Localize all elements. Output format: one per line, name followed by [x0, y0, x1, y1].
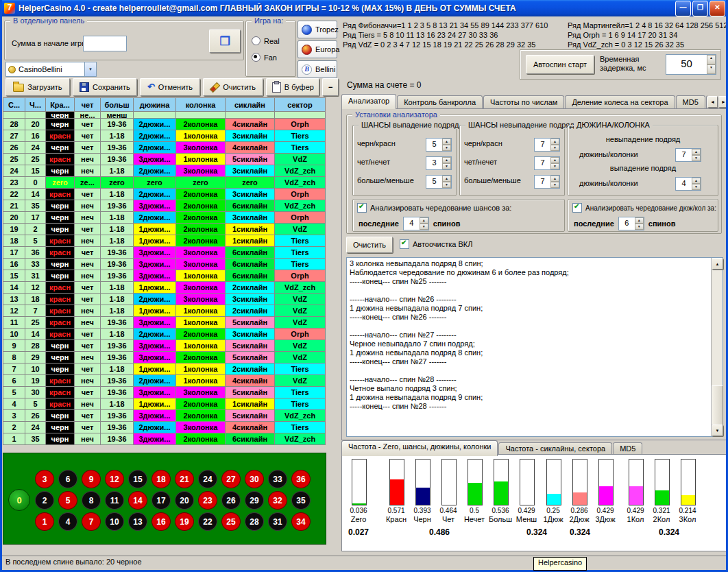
main-tab[interactable]: Деление колеса на сектора: [565, 95, 675, 109]
roulette-number[interactable]: 30: [245, 470, 264, 488]
spinner-down-icon[interactable]: ▼: [550, 163, 559, 169]
main-tab[interactable]: Контроль банкролла: [397, 95, 483, 109]
roulette-number[interactable]: 5: [58, 491, 77, 510]
roulette-number[interactable]: 8: [82, 491, 101, 510]
spinner-down-icon[interactable]: ▼: [442, 163, 451, 169]
roulette-number[interactable]: 7: [82, 512, 101, 531]
roulette-number[interactable]: 29: [245, 491, 264, 510]
detach-panel-button[interactable]: ❐: [209, 29, 241, 53]
table-row[interactable]: 2525красннеч19-363дюжи...1колонка5сиклай…: [3, 154, 326, 165]
radio-fan[interactable]: Fan: [252, 53, 277, 62]
table-row[interactable]: 230zeroze...zerozerozerozeroVdZ_zch: [3, 177, 326, 189]
roulette-number[interactable]: 13: [128, 512, 147, 531]
appear-input-1[interactable]: 3▲▼: [426, 156, 452, 170]
roulette-number[interactable]: 27: [221, 470, 241, 488]
spinner-up-icon[interactable]: ▲: [692, 178, 701, 184]
table-row[interactable]: 619красннеч19-362дюжи...1колонка4сиклайн…: [3, 375, 326, 387]
europa-button[interactable]: Europa: [298, 40, 337, 58]
alternate-dozen-checkbox[interactable]: [572, 203, 582, 213]
roulette-number[interactable]: 18: [151, 470, 171, 488]
roulette-zero[interactable]: 0: [8, 489, 30, 511]
roulette-number[interactable]: 20: [175, 491, 194, 510]
roulette-number[interactable]: 23: [198, 491, 217, 510]
roulette-number[interactable]: 36: [291, 470, 311, 488]
table-row[interactable]: 2820чернчет19-362дюжи...2колонка4сиклайн…: [3, 119, 326, 130]
table-row[interactable]: 1125красннеч19-363дюжи...1колонка5сиклай…: [3, 317, 326, 329]
roulette-number[interactable]: 4: [58, 512, 77, 531]
roulette-number[interactable]: 9: [82, 470, 101, 488]
roulette-number[interactable]: 14: [128, 491, 147, 510]
spinner-down-icon[interactable]: ▼: [550, 145, 559, 151]
scrollbar-thumb[interactable]: [712, 385, 723, 425]
dozen-absent-input[interactable]: 7▲▼: [675, 148, 701, 162]
collapse-button[interactable]: −: [322, 78, 339, 96]
roulette-number[interactable]: 16: [151, 512, 171, 531]
autospin-start-button[interactable]: Автоспин старт: [526, 55, 594, 74]
main-tab[interactable]: MD5: [676, 95, 705, 109]
table-row[interactable]: 928чернчет19-363дюжи...1колонка5сиклайнV…: [3, 340, 326, 352]
spinner-up-icon[interactable]: ▲: [635, 217, 644, 224]
analysis-log[interactable]: 3 колонка невыпадала подряд 8 спин; Набл…: [346, 257, 723, 437]
log-scrollbar[interactable]: ▲ ▼: [711, 258, 723, 436]
spinner-down-icon[interactable]: ▼: [442, 182, 451, 188]
alternate-chances-checkbox[interactable]: [357, 203, 367, 213]
roulette-number[interactable]: 21: [175, 470, 194, 488]
spinner-down-icon[interactable]: ▼: [442, 145, 451, 151]
table-row[interactable]: 1633черннеч19-363дюжи...3колонка6сиклайн…: [3, 259, 326, 270]
maximize-button[interactable]: ❐: [692, 1, 708, 16]
spinner-up-icon[interactable]: ▲: [420, 217, 428, 224]
minimize-button[interactable]: —: [675, 1, 691, 16]
roulette-number[interactable]: 32: [268, 491, 287, 510]
roulette-number[interactable]: 19: [175, 512, 194, 531]
table-row[interactable]: 1318краснчет1-182дюжи...3колонка3сиклайн…: [3, 294, 326, 305]
absent-input-1[interactable]: 7▲▼: [534, 156, 560, 170]
spinner-down-icon[interactable]: ▼: [550, 182, 559, 188]
roulette-number[interactable]: 10: [105, 512, 124, 531]
table-row[interactable]: 2017черннеч1-182дюжи...2колонка3сиклайнO…: [3, 212, 326, 224]
absent-input-0[interactable]: 7▲▼: [534, 138, 560, 152]
spinner-down-icon[interactable]: ▼: [420, 224, 428, 230]
table-row[interactable]: 1014краснчет1-182дюжи...2колонка3сиклайн…: [3, 329, 326, 340]
table-row[interactable]: 2716краснчет1-182дюжи...1колонка3сиклайн…: [3, 130, 326, 142]
spinner-up-icon[interactable]: ▲: [442, 139, 451, 145]
roulette-number[interactable]: 12: [105, 470, 124, 488]
undo-button[interactable]: ↶ Отменить: [140, 78, 200, 96]
table-row[interactable]: 2415черннеч1-182дюжи...3колонка3сиклайнV…: [3, 165, 326, 177]
spinner-up-icon[interactable]: ▲: [707, 55, 716, 64]
roulette-number[interactable]: 17: [151, 491, 171, 510]
table-row[interactable]: 127красннеч1-181дюжи...1колонка2сиклайнV…: [3, 305, 326, 317]
table-row[interactable]: 326чернчет19-363дюжи...2колонка5сиклайнV…: [3, 410, 326, 422]
appear-input-2[interactable]: 5▲▼: [426, 175, 452, 189]
roulette-number[interactable]: 31: [268, 512, 287, 531]
save-button[interactable]: Сохранить: [73, 78, 137, 96]
to-buffer-button[interactable]: В буфер: [266, 78, 319, 96]
tab-scroll-left-icon[interactable]: ◄: [707, 96, 718, 108]
spinner-down-icon[interactable]: ▼: [692, 184, 701, 190]
roulette-number[interactable]: 34: [291, 512, 311, 531]
spinner-down-icon[interactable]: ▼: [692, 155, 701, 161]
appear-input-0[interactable]: 5▲▼: [426, 138, 452, 152]
roulette-number[interactable]: 35: [291, 491, 311, 510]
spinner-up-icon[interactable]: ▲: [442, 157, 451, 163]
main-tab[interactable]: Частоты по числам: [483, 95, 564, 109]
spinner-down-icon[interactable]: ▼: [707, 64, 716, 74]
tab-scroll-right-icon[interactable]: ►: [718, 96, 728, 108]
roulette-number[interactable]: 2: [35, 491, 54, 510]
clear-table-button[interactable]: Очистить: [203, 78, 263, 96]
roulette-number[interactable]: 1: [35, 512, 54, 531]
scrollbar-up-icon[interactable]: ▲: [712, 258, 723, 270]
table-row[interactable]: 2135черннеч19-363дюжи...2колонка6сиклайн…: [3, 200, 326, 212]
spinner-up-icon[interactable]: ▲: [550, 139, 559, 145]
radio-real[interactable]: Real: [252, 36, 280, 45]
table-row[interactable]: 2214краснчет1-182дюжи...2колонка3сиклайн…: [3, 189, 326, 200]
spinner-up-icon[interactable]: ▲: [442, 176, 451, 182]
roulette-number[interactable]: 24: [198, 470, 217, 488]
delay-input[interactable]: 50 ▲ ▼: [666, 54, 716, 75]
alt-chances-spins-input[interactable]: 4 ▲▼: [403, 217, 429, 230]
roulette-number[interactable]: 22: [198, 512, 217, 531]
clear-log-button[interactable]: Очистить: [346, 237, 393, 253]
table-row[interactable]: 185красннеч1-181дюжи...2колонка1сиклайнT…: [3, 235, 326, 247]
table-row[interactable]: 829черннеч19-363дюжи...2колонка5сиклайнV…: [3, 352, 326, 364]
tropez-button[interactable]: Tropez: [298, 21, 337, 38]
table-row[interactable]: 192чернчет1-181дюжи...2колонка1сиклайнVd…: [3, 224, 326, 235]
